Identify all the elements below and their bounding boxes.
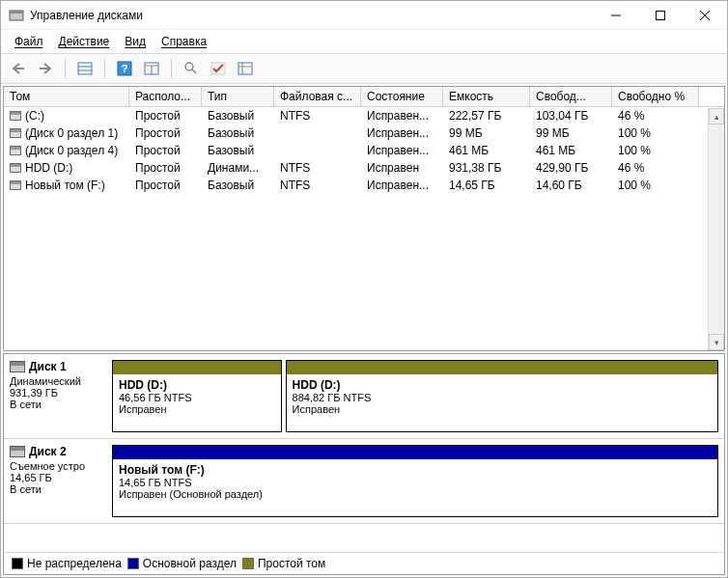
content-area: Том Располо... Тип Файловая с... Состоян… xyxy=(1,84,727,577)
toolbar-separator xyxy=(104,59,105,78)
menu-help[interactable]: Справка xyxy=(155,33,212,50)
col-capacity[interactable]: Емкость xyxy=(443,87,530,106)
svg-line-17 xyxy=(192,69,196,73)
view-list-button[interactable] xyxy=(73,58,97,79)
menu-view[interactable]: Вид xyxy=(119,33,152,50)
disk-info[interactable]: Диск 1Динамический931,39 ГБВ сети xyxy=(10,360,106,432)
cell-capacity: 14,65 ГБ xyxy=(443,178,530,193)
maximize-button[interactable] xyxy=(638,1,683,30)
cell-capacity: 931,38 ГБ xyxy=(443,160,530,176)
cell-type: Базовый xyxy=(202,178,274,193)
view-details-button[interactable] xyxy=(140,58,163,79)
cell-volume: (Диск 0 раздел 4) xyxy=(4,143,129,158)
cell-freepct: 46 % xyxy=(612,160,699,176)
volume-row[interactable]: (C:)ПростойБазовыйNTFSИсправен...222,57 … xyxy=(4,107,724,124)
volume-icon xyxy=(10,180,21,190)
swatch-primary xyxy=(127,558,139,569)
cell-freepct: 46 % xyxy=(612,108,699,124)
title-bar: Управление дисками xyxy=(1,1,727,30)
back-button[interactable] xyxy=(7,58,30,79)
col-layout[interactable]: Располо... xyxy=(129,87,202,106)
col-type[interactable]: Тип xyxy=(202,87,274,106)
disk-label: Диск 2 xyxy=(29,445,67,458)
disk-icon xyxy=(10,446,25,457)
menu-file[interactable]: Файл xyxy=(9,33,49,50)
svg-rect-1 xyxy=(10,11,23,14)
legend-simple: Простой том xyxy=(242,557,325,570)
partition-color-bar xyxy=(287,361,717,374)
volume-row[interactable]: HDD (D:)ПростойДинами...NTFSИсправен931,… xyxy=(4,159,724,177)
col-free[interactable]: Свобод... xyxy=(530,87,612,106)
partition[interactable]: Новый том (F:)14,65 ГБ NTFSИсправен (Осн… xyxy=(112,445,718,517)
help-button[interactable]: ? xyxy=(113,58,136,79)
cell-status: Исправен... xyxy=(361,125,443,141)
cell-type: Динами... xyxy=(202,160,274,176)
partition-sub: 14,65 ГБ NTFS xyxy=(119,477,712,488)
cell-status: Исправен xyxy=(361,160,443,176)
menu-action[interactable]: Действие xyxy=(53,33,116,50)
cell-volume: (C:) xyxy=(4,108,129,124)
cell-filesystem: NTFS xyxy=(274,178,361,193)
disk-type: Динамический xyxy=(10,375,106,387)
disk-partitions: HDD (D:)46,56 ГБ NTFSИсправенHDD (D:)884… xyxy=(112,360,718,432)
cell-filesystem: NTFS xyxy=(274,160,361,176)
disk-icon xyxy=(10,361,25,372)
scroll-track[interactable] xyxy=(709,124,724,334)
cell-status: Исправен... xyxy=(361,143,443,158)
disk-partitions: Новый том (F:)14,65 ГБ NTFSИсправен (Осн… xyxy=(112,445,718,517)
partition-color-bar xyxy=(113,446,717,459)
cell-status: Исправен... xyxy=(361,178,443,193)
forward-button[interactable] xyxy=(34,58,57,79)
volume-icon xyxy=(10,111,21,121)
partition-state: Исправен xyxy=(293,403,712,415)
partition-state: Исправен xyxy=(119,403,275,415)
cell-type: Базовый xyxy=(202,143,274,158)
cell-capacity: 222,57 ГБ xyxy=(443,108,530,124)
close-button[interactable] xyxy=(683,1,727,30)
toolbar: ? xyxy=(1,54,727,84)
cell-filesystem: NTFS xyxy=(274,108,361,124)
minimize-button[interactable] xyxy=(594,1,638,30)
partition[interactable]: HDD (D:)46,56 ГБ NTFSИсправен xyxy=(112,360,282,432)
volume-row[interactable]: (Диск 0 раздел 4)ПростойБазовыйИсправен.… xyxy=(4,142,724,159)
disk-size: 931,39 ГБ xyxy=(10,387,106,399)
cell-layout: Простой xyxy=(129,143,202,158)
cell-free: 99 МБ xyxy=(530,125,612,141)
menu-bar: Файл Действие Вид Справка xyxy=(1,30,727,54)
col-volume[interactable]: Том xyxy=(4,87,129,106)
col-filesystem[interactable]: Файловая с... xyxy=(274,87,361,106)
volume-icon xyxy=(10,128,21,138)
partition[interactable]: HDD (D:)884,82 ГБ NTFSИсправен xyxy=(286,360,718,432)
cell-freepct: 100 % xyxy=(612,125,699,141)
svg-rect-8 xyxy=(78,63,92,74)
cell-volume: (Диск 0 раздел 1) xyxy=(4,125,129,141)
volume-row[interactable]: Новый том (F:)ПростойБазовыйNTFSИсправен… xyxy=(4,177,724,194)
cell-status: Исправен... xyxy=(361,108,443,124)
volume-row[interactable]: (Диск 0 раздел 1)ПростойБазовыйИсправен.… xyxy=(4,124,724,142)
disk-row: Диск 2Съемное устро14,65 ГБВ сетиНовый т… xyxy=(4,439,724,524)
cell-capacity: 461 МБ xyxy=(443,143,530,158)
legend: Не распределена Основной раздел Простой … xyxy=(4,552,724,574)
check-button[interactable] xyxy=(207,58,230,79)
col-freepct[interactable]: Свободно % xyxy=(612,87,699,106)
toolbar-separator xyxy=(171,59,172,78)
disk-size: 14,65 ГБ xyxy=(10,472,106,483)
partition-title: HDD (D:) xyxy=(293,378,712,392)
refresh-view-button[interactable] xyxy=(234,58,257,79)
cell-type: Базовый xyxy=(202,125,274,141)
disk-info[interactable]: Диск 2Съемное устро14,65 ГБВ сети xyxy=(10,445,106,517)
scroll-up-button[interactable]: ▴ xyxy=(709,108,724,124)
disk-row: Диск 1Динамический931,39 ГБВ сетиHDD (D:… xyxy=(4,354,724,439)
swatch-unallocated xyxy=(12,558,23,569)
svg-rect-3 xyxy=(657,11,665,19)
cell-volume: HDD (D:) xyxy=(4,160,129,176)
vertical-scrollbar[interactable]: ▴ ▾ xyxy=(708,108,724,350)
col-status[interactable]: Состояние xyxy=(361,87,443,106)
legend-primary: Основной раздел xyxy=(127,557,237,570)
svg-text:?: ? xyxy=(122,63,128,74)
search-button[interactable] xyxy=(180,58,203,79)
scroll-down-button[interactable]: ▾ xyxy=(709,334,724,350)
legend-simple-label: Простой том xyxy=(258,557,325,570)
disk-map-scroll: Диск 1Динамический931,39 ГБВ сетиHDD (D:… xyxy=(4,354,724,552)
cell-layout: Простой xyxy=(129,178,202,193)
